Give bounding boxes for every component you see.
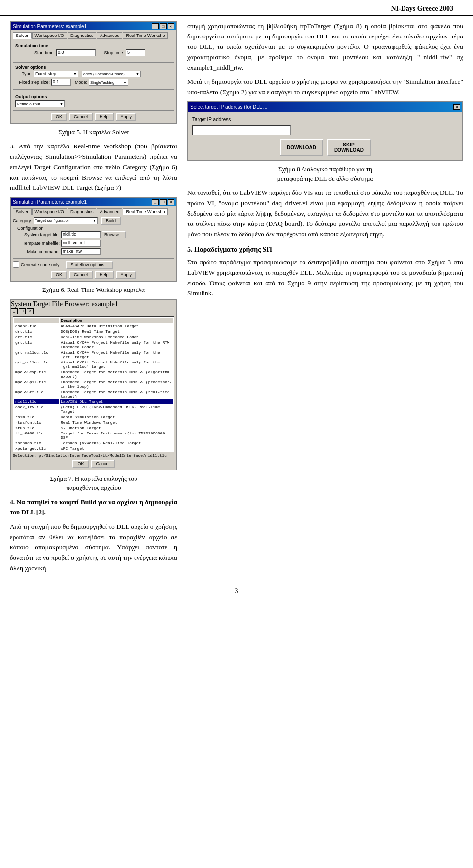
fig7-cancel-btn[interactable]: Cancel <box>91 460 115 468</box>
template-label: Template makefile: <box>15 241 60 246</box>
right-para2: Μετά τη δημιουργία του DLL αρχείου ο χρή… <box>187 77 463 98</box>
list-item[interactable]: ti_c6000.tlcTarget for Texas Instruments… <box>14 431 173 440</box>
fig5-body: Solver Workspace I/O Diagnostics Advance… <box>11 30 176 123</box>
make-command-label: Make command: <box>15 249 60 254</box>
type-dropdown[interactable]: Fixed-step▼ <box>34 71 78 77</box>
tab-realtime[interactable]: Real-Time Worksho <box>123 32 168 39</box>
template-input[interactable]: nidll_vc.tmf <box>61 240 101 247</box>
fixed-step-row: Fixed step size: 0.1 Mode: SingleTasking… <box>15 79 172 86</box>
mode-dropdown[interactable]: SingleTasking▼ <box>89 79 128 86</box>
download-button[interactable]: DOWNLOAD <box>280 139 323 156</box>
cancel-button[interactable]: Cancel <box>69 113 93 121</box>
help-button[interactable]: Help <box>95 113 114 121</box>
fig6-tab-advanced[interactable]: Advanced <box>97 208 122 215</box>
fig6-tab-solver[interactable]: Solver <box>13 208 32 215</box>
output-dropdown[interactable]: Refine output▼ <box>15 100 65 107</box>
list-item[interactable]: grt_malloc.tlcVisual C/C++ Project Makef… <box>14 350 173 359</box>
fig7-close-btn[interactable]: × <box>27 308 34 314</box>
col1-header <box>14 318 59 323</box>
category-dropdown[interactable]: Target configuration▼ <box>34 217 98 224</box>
tab-advanced[interactable]: Advanced <box>97 32 122 39</box>
fixed-step-input[interactable]: 0.1 <box>51 79 71 86</box>
fig6-window-controls[interactable]: _ □ × <box>152 199 174 205</box>
tab-solver[interactable]: Solver <box>13 32 32 39</box>
para3: 3. Από την καρτέλα Real-time Workshop (π… <box>10 142 177 193</box>
start-time-row: Start time: 0.0 Stop time: 5 <box>15 49 172 56</box>
para4-bold: 4. Να πατηθεί το κουμπί Build για να αρχ… <box>10 498 177 516</box>
fig6-maximize-btn[interactable]: □ <box>160 199 167 205</box>
list-item[interactable]: nidll.tlcLabVIEW DLL Target <box>14 399 173 404</box>
system-target-input[interactable]: nidll.tlc <box>61 231 101 238</box>
close-btn[interactable]: × <box>168 23 174 29</box>
list-item[interactable]: sfun.tlcS-Function Target <box>14 426 173 430</box>
fig7-ok-btn[interactable]: OK <box>72 460 89 468</box>
maximize-btn[interactable]: □ <box>160 23 167 29</box>
right-para1: στιγμή χρησιμοποιώντας τη βιβλιοθήκη ftp… <box>187 21 463 73</box>
list-item[interactable]: tornado.tlcTornado (VxWorks) Real-Time T… <box>14 441 173 445</box>
stateflow-button[interactable]: Stateflow options... <box>66 261 113 269</box>
fig7-maximize-btn[interactable]: □ <box>19 308 26 314</box>
make-command-input[interactable]: make_rtw <box>61 248 101 255</box>
list-item[interactable]: mpc555pil.tlcEmbedded Target for Motorol… <box>14 380 173 389</box>
fig6-tab-workspace[interactable]: Workspace I/O <box>32 208 67 215</box>
ip-input-field[interactable] <box>192 125 291 135</box>
browse-button[interactable]: Browse... <box>102 231 126 238</box>
fig5-title-bar: Simulation Parameters: example1 _ □ × <box>11 22 176 30</box>
fig5-buttons: OK Cancel Help Apply <box>13 113 174 121</box>
fig8-close-btn[interactable]: × <box>453 104 460 110</box>
fig6-minimize-btn[interactable]: _ <box>152 199 159 205</box>
list-item[interactable]: xpctarget.tlcxPC Target <box>14 446 173 451</box>
fig6-apply-btn[interactable]: Apply <box>116 271 137 279</box>
list-item[interactable]: grt_malloc.tlcVisual C/C++ Project Makef… <box>14 360 173 369</box>
system-target-row: System target file: nidll.tlc Browse... <box>15 231 172 238</box>
para-dll: Από τη στιγμή που θα δημιουργηθεί το DLL… <box>10 522 177 574</box>
skip-download-button[interactable]: SKIPDOWNLOAD <box>327 139 371 156</box>
category-label: Category: <box>13 218 32 223</box>
fig7-body: Description asap2.tlcASAM-ASAP2 Data Def… <box>11 314 176 470</box>
build-button[interactable]: Build <box>101 217 121 225</box>
generate-code-checkbox[interactable] <box>13 261 19 268</box>
tab-diagnostics[interactable]: Diagnostics <box>68 32 97 39</box>
type-label: Type: <box>15 72 33 76</box>
solver-dropdown[interactable]: ode5 (Dormand-Prince)▼ <box>82 71 141 77</box>
minimize-btn[interactable]: _ <box>152 23 159 29</box>
ok-button[interactable]: OK <box>51 113 67 121</box>
fig6-tab-diagnostics[interactable]: Diagnostics <box>68 208 97 215</box>
fig6-tab-realtime[interactable]: Real-Time Worksho <box>123 208 168 215</box>
fig5-tabs[interactable]: Solver Workspace I/O Diagnostics Advance… <box>13 32 174 39</box>
col2-header: Description <box>60 318 173 323</box>
list-item[interactable]: rtwsfcn.tlcReal-Time Windows Target <box>14 420 173 425</box>
fig7-title-bar: System Target File Browser: example1 _ □… <box>11 300 176 314</box>
apply-button[interactable]: Apply <box>116 113 137 121</box>
fig6-ok-btn[interactable]: OK <box>51 271 67 279</box>
make-command-row: Make command: make_rtw <box>15 248 172 255</box>
fig6-help-btn[interactable]: Help <box>95 271 114 279</box>
template-row: Template makefile: nidll_vc.tmf <box>15 240 172 247</box>
list-item[interactable]: grt.tlcVisual C/C++ Project Makefile onl… <box>14 340 173 349</box>
list-item[interactable]: mpc555exp.tlcEmbedded Target for Motorol… <box>14 370 173 379</box>
fig7-title: System Target File Browser: example1 <box>11 300 118 308</box>
configuration-groupbox: Configuration System target file: nidll.… <box>13 229 174 259</box>
list-item[interactable]: osek_lrv.tlc(Beta) LE/O (Lynx-Embedded O… <box>14 405 173 414</box>
start-time-input[interactable]: 0.0 <box>56 49 96 56</box>
fixed-step-label: Fixed step size: <box>15 80 50 85</box>
fig5-window-controls[interactable]: _ □ × <box>152 23 174 29</box>
list-item[interactable]: rsim.tlcRapid Simulation Target <box>14 415 173 419</box>
stop-time-input[interactable]: 5 <box>126 49 145 56</box>
tab-workspace[interactable]: Workspace I/O <box>32 32 67 39</box>
list-item[interactable]: ert.tlcReal-Time Workshop Embedded Coder <box>14 335 173 339</box>
fig8-window-controls[interactable]: × <box>453 104 460 110</box>
fig7-minimize-btn[interactable]: _ <box>11 308 18 314</box>
output-row: Refine output▼ <box>15 100 172 107</box>
fig6-tabs[interactable]: Solver Workspace I/O Diagnostics Advance… <box>13 208 174 215</box>
list-item[interactable]: asap2.tlcASAM-ASAP2 Data Definition Targ… <box>14 324 173 328</box>
fig7-window-controls[interactable]: _ □ × <box>11 308 176 314</box>
list-item[interactable]: drt.tlcDOS(DOS) Real-Time Target <box>14 329 173 334</box>
solver-options-section: Solver options <box>15 65 172 70</box>
fig7-buttons: OK Cancel <box>13 460 174 468</box>
fig8-title-bar: Select target IP address (for DLL ... × <box>188 102 462 112</box>
fig6-cancel-btn[interactable]: Cancel <box>69 271 93 279</box>
fig6-close-btn[interactable]: × <box>168 199 174 205</box>
configuration-title: Configuration <box>16 226 45 231</box>
list-item[interactable]: mpc555rt.tlcEmbedded Target for Motorola… <box>14 390 173 398</box>
